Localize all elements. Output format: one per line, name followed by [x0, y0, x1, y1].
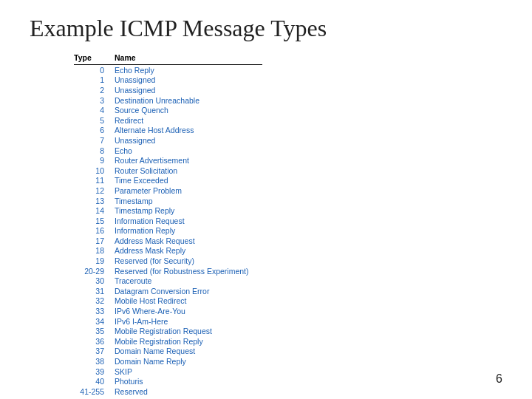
- table-row: 0Echo Reply: [74, 65, 262, 75]
- cell-name: Timestamp Reply: [115, 205, 262, 216]
- cell-type: 12: [74, 185, 115, 196]
- table-row: 16Information Reply: [74, 226, 262, 236]
- cell-name: Address Mask Request: [115, 236, 262, 246]
- cell-name: Parameter Problem: [115, 185, 262, 196]
- cell-name: Redirect: [115, 115, 262, 126]
- page: Example ICMP Message Types Type Name 0Ec…: [0, 0, 532, 399]
- cell-type: 3: [74, 95, 115, 106]
- table-row: 37Domain Name Request: [74, 347, 262, 357]
- cell-type: 17: [74, 236, 115, 246]
- cell-name: Information Request: [115, 216, 262, 226]
- cell-type: 20-29: [74, 266, 115, 276]
- cell-type: 40: [74, 376, 115, 386]
- cell-type: 2: [74, 85, 115, 95]
- cell-name: Mobile Host Redirect: [115, 296, 262, 307]
- cell-type: 30: [74, 276, 115, 286]
- table-row: 31Datagram Conversion Error: [74, 286, 262, 296]
- cell-name: Time Exceeded: [115, 176, 262, 186]
- cell-type: 31: [74, 286, 115, 296]
- table-row: 6Alternate Host Address: [74, 126, 262, 136]
- cell-name: IPv6 I-Am-Here: [115, 316, 262, 327]
- cell-type: 10: [74, 166, 115, 176]
- table-row: 35Mobile Registration Request: [74, 326, 262, 336]
- cell-type: 1: [74, 75, 115, 86]
- table-row: 4Source Quench: [74, 105, 262, 115]
- cell-type: 16: [74, 226, 115, 236]
- cell-name: Reserved: [115, 386, 262, 397]
- cell-type: 6: [74, 126, 115, 136]
- cell-name: Unassigned: [115, 85, 262, 95]
- table-row: 12Parameter Problem: [74, 185, 262, 196]
- cell-name: Router Advertisement: [115, 155, 262, 166]
- col-header-type: Type: [74, 52, 115, 65]
- cell-name: Reserved (for Robustness Experiment): [115, 266, 262, 276]
- cell-name: Mobile Registration Reply: [115, 336, 262, 347]
- cell-type: 38: [74, 356, 115, 366]
- cell-name: Unassigned: [115, 135, 262, 146]
- cell-type: 37: [74, 347, 115, 357]
- table-row: 41-255Reserved: [74, 386, 262, 397]
- cell-name: Unassigned: [115, 75, 262, 86]
- cell-type: 4: [74, 105, 115, 115]
- table-row: 40Photuris: [74, 376, 262, 386]
- table-row: 10Router Solicitation: [74, 166, 262, 176]
- table-row: 11Time Exceeded: [74, 176, 262, 186]
- cell-name: Alternate Host Address: [115, 126, 262, 136]
- table-row: 2Unassigned: [74, 85, 262, 95]
- table-container: Type Name 0Echo Reply1Unassigned2Unassig…: [74, 52, 502, 397]
- table-row: 9Router Advertisement: [74, 155, 262, 166]
- col-header-name: Name: [115, 52, 262, 65]
- cell-name: Source Quench: [115, 105, 262, 115]
- icmp-table: Type Name 0Echo Reply1Unassigned2Unassig…: [74, 52, 262, 397]
- table-row: 36Mobile Registration Reply: [74, 336, 262, 347]
- cell-name: Mobile Registration Request: [115, 326, 262, 336]
- cell-name: Router Solicitation: [115, 166, 262, 176]
- cell-name: Reserved (for Security): [115, 256, 262, 266]
- table-row: 14Timestamp Reply: [74, 205, 262, 216]
- table-row: 8Echo: [74, 146, 262, 156]
- cell-type: 18: [74, 246, 115, 256]
- cell-type: 36: [74, 336, 115, 347]
- cell-type: 15: [74, 216, 115, 226]
- cell-name: Information Reply: [115, 226, 262, 236]
- cell-name: Echo Reply: [115, 65, 262, 75]
- cell-type: 32: [74, 296, 115, 307]
- cell-type: 13: [74, 196, 115, 206]
- table-row: 34IPv6 I-Am-Here: [74, 316, 262, 327]
- cell-name: Echo: [115, 146, 262, 156]
- cell-name: Photuris: [115, 376, 262, 386]
- cell-type: 39: [74, 366, 115, 377]
- cell-type: 14: [74, 205, 115, 216]
- cell-type: 7: [74, 135, 115, 146]
- table-row: 19Reserved (for Security): [74, 256, 262, 266]
- page-number: 6: [496, 372, 502, 386]
- table-row: 32Mobile Host Redirect: [74, 296, 262, 307]
- table-row: 33IPv6 Where-Are-You: [74, 306, 262, 316]
- table-row: 20-29Reserved (for Robustness Experiment…: [74, 266, 262, 276]
- table-row: 30Traceroute: [74, 276, 262, 286]
- table-row: 18Address Mask Reply: [74, 246, 262, 256]
- cell-name: Address Mask Reply: [115, 246, 262, 256]
- cell-name: Traceroute: [115, 276, 262, 286]
- page-title: Example ICMP Message Types: [30, 15, 502, 42]
- cell-type: 5: [74, 115, 115, 126]
- table-header-row: Type Name: [74, 52, 262, 65]
- cell-type: 35: [74, 326, 115, 336]
- table-row: 38Domain Name Reply: [74, 356, 262, 366]
- table-row: 5Redirect: [74, 115, 262, 126]
- cell-name: IPv6 Where-Are-You: [115, 306, 262, 316]
- cell-type: 8: [74, 146, 115, 156]
- table-row: 13Timestamp: [74, 196, 262, 206]
- table-row: 3Destination Unreachable: [74, 95, 262, 106]
- cell-type: 41-255: [74, 386, 115, 397]
- cell-name: Destination Unreachable: [115, 95, 262, 106]
- cell-type: 0: [74, 65, 115, 75]
- cell-name: Datagram Conversion Error: [115, 286, 262, 296]
- cell-type: 33: [74, 306, 115, 316]
- table-row: 1Unassigned: [74, 75, 262, 86]
- table-row: 17Address Mask Request: [74, 236, 262, 246]
- table-row: 39SKIP: [74, 366, 262, 377]
- cell-name: Domain Name Request: [115, 347, 262, 357]
- cell-name: Timestamp: [115, 196, 262, 206]
- cell-type: 34: [74, 316, 115, 327]
